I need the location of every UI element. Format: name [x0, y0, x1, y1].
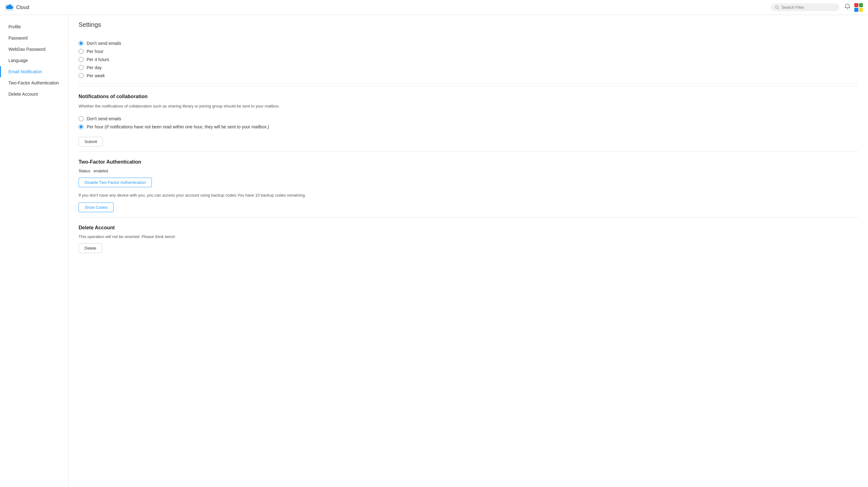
- topbar: Cloud: [0, 0, 868, 15]
- radio-per-4-hours[interactable]: Per 4 hours: [79, 57, 858, 62]
- two-factor-title: Two-Factor Authentication: [79, 159, 858, 165]
- radio-per-day[interactable]: Per day: [79, 65, 858, 70]
- layout: Profile Password WebDav Password Languag…: [0, 15, 868, 487]
- search-box[interactable]: [771, 3, 839, 11]
- sidebar-item-password[interactable]: Password: [0, 32, 68, 44]
- two-factor-section: Two-Factor Authentication Status: enable…: [79, 152, 858, 218]
- disable-two-factor-button[interactable]: Disable Two-Factor Authentication: [79, 177, 152, 187]
- collab-radio-dont-send-input[interactable]: [79, 116, 84, 121]
- search-input[interactable]: [782, 5, 835, 10]
- avatar-cell-4: [859, 8, 863, 12]
- email-frequency-radio-group: Don't send emails Per hour Per 4 hours P…: [79, 38, 858, 81]
- cloud-icon: [5, 4, 14, 11]
- app-title: Cloud: [16, 5, 29, 10]
- avatar-cell-2: [859, 3, 863, 7]
- avatar-cell-1: [854, 3, 858, 7]
- collab-section-title: Notifications of collaboration: [79, 94, 858, 99]
- two-factor-status: Status: enabled: [79, 169, 858, 173]
- collab-radio-dont-send[interactable]: Don't send emails: [79, 116, 858, 121]
- submit-button[interactable]: Submit: [79, 137, 103, 147]
- delete-warning-text: This operation will not be reverted. Ple…: [79, 234, 858, 239]
- email-frequency-section: Don't send emails Per hour Per 4 hours P…: [79, 33, 858, 84]
- radio-per-week[interactable]: Per week: [79, 73, 858, 78]
- sidebar-item-two-factor[interactable]: Two-Factor Authentication: [0, 77, 68, 89]
- backup-info-text: If you don't have any device with you, y…: [79, 192, 858, 198]
- radio-per-day-input[interactable]: [79, 65, 84, 70]
- radio-per-hour-input[interactable]: [79, 49, 84, 54]
- collab-section: Notifications of collaboration Whether t…: [79, 86, 858, 152]
- delete-account-title: Delete Account: [79, 225, 858, 231]
- sidebar-item-email-notification[interactable]: Email Notification: [0, 66, 68, 77]
- status-label: Status:: [79, 169, 91, 173]
- collab-radio-group: Don't send emails Per hour (If notificat…: [79, 114, 858, 132]
- show-codes-button[interactable]: Show Codes: [79, 202, 114, 212]
- status-value: enabled: [94, 169, 108, 173]
- topbar-icons: [844, 3, 863, 12]
- radio-per-hour[interactable]: Per hour: [79, 49, 858, 54]
- sidebar-item-delete-account[interactable]: Delete Account: [0, 89, 68, 100]
- delete-button[interactable]: Delete: [79, 244, 102, 253]
- user-avatar-grid[interactable]: [854, 3, 863, 12]
- notification-bell-icon[interactable]: [844, 3, 850, 11]
- collab-section-desc: Whether the notifications of collaborati…: [79, 103, 858, 109]
- main-content: Settings Don't send emails Per hour Per: [69, 15, 868, 487]
- svg-line-2: [778, 8, 778, 9]
- sidebar: Profile Password WebDav Password Languag…: [0, 15, 69, 487]
- sidebar-item-profile[interactable]: Profile: [0, 21, 68, 32]
- app-logo[interactable]: Cloud: [5, 4, 29, 11]
- collab-radio-per-hour[interactable]: Per hour (If notifications have not been…: [79, 124, 858, 129]
- radio-per-4-hours-input[interactable]: [79, 57, 84, 62]
- search-icon: [775, 5, 779, 10]
- collab-radio-per-hour-input[interactable]: [79, 124, 84, 129]
- delete-account-section: Delete Account This operation will not b…: [79, 217, 858, 258]
- radio-dont-send-input[interactable]: [79, 41, 84, 46]
- sidebar-item-webdav-password[interactable]: WebDav Password: [0, 44, 68, 55]
- radio-per-week-input[interactable]: [79, 73, 84, 78]
- content-area: Don't send emails Per hour Per 4 hours P…: [69, 33, 868, 268]
- settings-title: Settings: [69, 15, 868, 33]
- avatar-cell-3: [854, 8, 858, 12]
- sidebar-item-language[interactable]: Language: [0, 55, 68, 66]
- radio-dont-send[interactable]: Don't send emails: [79, 41, 858, 46]
